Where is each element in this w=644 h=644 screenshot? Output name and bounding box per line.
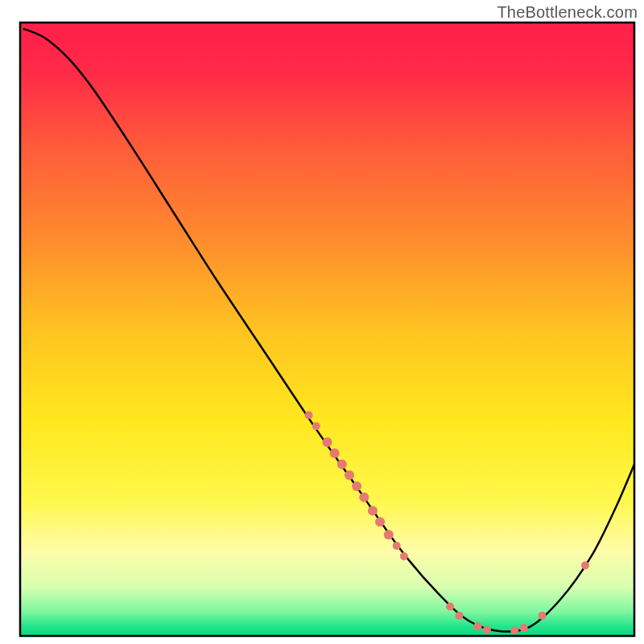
data-marker	[400, 552, 408, 560]
data-marker	[330, 448, 340, 458]
data-marker	[539, 612, 547, 620]
data-marker	[359, 493, 369, 502]
data-marker	[352, 481, 361, 491]
watermark-text: TheBottleneck.com	[497, 3, 638, 22]
data-marker	[456, 612, 464, 620]
data-marker	[581, 561, 589, 569]
data-marker	[510, 626, 518, 634]
data-marker	[323, 437, 332, 447]
bottleneck-chart	[0, 0, 644, 644]
data-marker	[337, 460, 347, 469]
data-marker	[483, 625, 491, 634]
gradient-background	[20, 23, 634, 636]
data-marker	[393, 542, 401, 550]
data-marker	[375, 517, 385, 526]
data-marker	[446, 602, 454, 610]
data-marker	[384, 530, 394, 539]
data-marker	[520, 624, 528, 632]
data-marker	[305, 411, 313, 419]
data-marker	[473, 622, 481, 630]
data-marker	[345, 470, 354, 480]
data-marker	[312, 422, 320, 430]
data-marker	[368, 506, 378, 516]
